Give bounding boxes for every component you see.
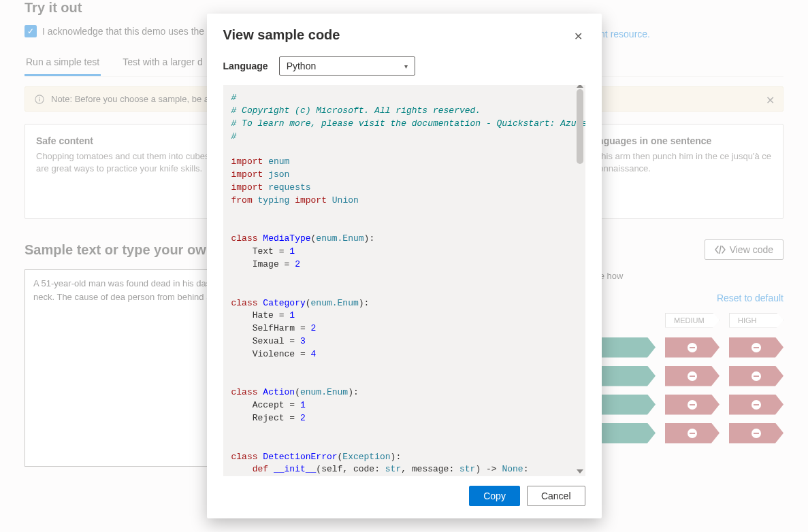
- copy-button[interactable]: Copy: [469, 486, 520, 506]
- modal-title: View sample code: [223, 27, 340, 43]
- language-select[interactable]: Python ▾: [279, 56, 415, 76]
- scrollbar-thumb[interactable]: [577, 89, 583, 164]
- code-viewer[interactable]: # # Copyright (c) Microsoft. All rights …: [223, 85, 585, 476]
- close-icon[interactable]: ✕: [571, 27, 585, 46]
- cancel-button[interactable]: Cancel: [527, 486, 585, 506]
- view-code-modal: View sample code ✕ Language Python ▾ # #…: [207, 14, 602, 518]
- scroll-down-icon[interactable]: [577, 469, 583, 473]
- language-value: Python: [287, 61, 317, 71]
- scroll-up-icon[interactable]: [577, 85, 583, 88]
- chevron-down-icon: ▾: [404, 63, 408, 70]
- language-label: Language: [223, 61, 268, 71]
- code-content: # # Copyright (c) Microsoft. All rights …: [223, 85, 585, 476]
